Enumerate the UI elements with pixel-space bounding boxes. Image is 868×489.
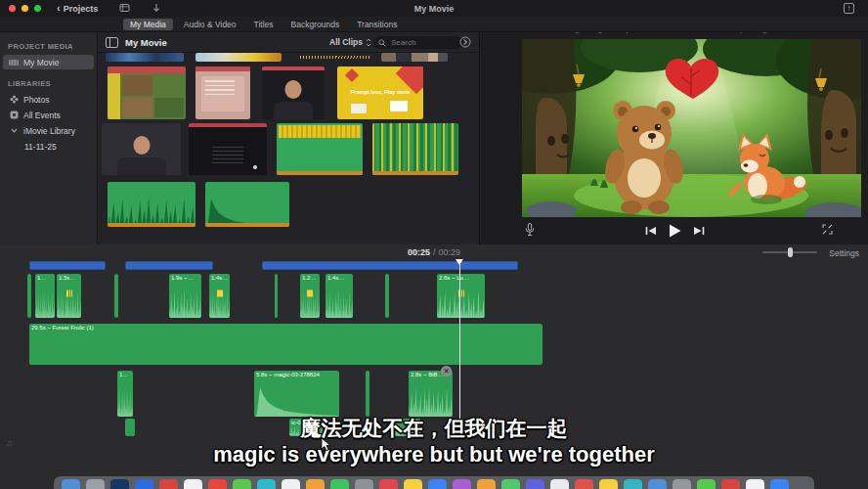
remove-clip-button[interactable]: ✕ (441, 366, 452, 377)
media-thumbnail-audio-decay[interactable] (205, 182, 289, 227)
fx-clips-clip[interactable] (366, 371, 369, 417)
media-thumbnail-man-webcam[interactable] (102, 123, 181, 175)
fx-clips-clip[interactable]: 1… (117, 371, 133, 417)
tab-audio-video[interactable]: Audio & Video (177, 19, 243, 30)
media-tab-strip: My MediaAudio & VideoTitlesBackgroundsTr… (0, 17, 868, 32)
sidebar-item-my-movie[interactable]: My Movie (3, 55, 94, 69)
dock-app-icon[interactable] (673, 479, 691, 489)
dock-app-icon[interactable] (159, 479, 178, 489)
preview-scene (522, 39, 861, 217)
tab-titles[interactable]: Titles (247, 19, 281, 30)
search-field[interactable] (373, 36, 463, 49)
dock-app-icon[interactable] (746, 479, 764, 489)
sidebar-toggle-icon[interactable] (106, 37, 118, 48)
dock-app-icon[interactable] (648, 479, 667, 489)
project-media-header: PROJECT MEDIA (8, 42, 97, 51)
dock-app-icon[interactable] (282, 479, 300, 489)
playback-controls (480, 217, 868, 244)
dock-app-icon[interactable] (62, 479, 80, 489)
tab-transitions[interactable]: Transitions (350, 19, 404, 30)
overlay-clips-clip[interactable]: 1.5s… (57, 274, 81, 318)
overlay-clips-clip[interactable]: 1.2… (300, 274, 320, 318)
overlay-clips-clip[interactable] (385, 274, 389, 318)
clip-label: 1.5s… (59, 275, 79, 281)
overlay-clips-clip[interactable] (275, 274, 278, 318)
filmstrip-icon (9, 59, 19, 67)
overlay-clips-clip[interactable]: 1.9s ~… (169, 274, 201, 318)
dock-app-icon[interactable] (575, 479, 593, 489)
fx-clips-clip[interactable]: 2.8s ~ BiB… (409, 371, 453, 417)
clip-label: 1.4s… (211, 275, 228, 281)
dock-app-icon[interactable] (184, 479, 202, 489)
dock-app-icon[interactable] (624, 479, 642, 489)
title-clip[interactable] (29, 261, 106, 270)
dock-app-icon[interactable] (453, 479, 471, 489)
play-button[interactable] (669, 224, 681, 238)
search-input[interactable] (389, 37, 457, 48)
dock-app-icon[interactable] (379, 479, 398, 489)
media-thumbnail-strip-bluegold[interactable] (195, 53, 282, 62)
media-thumbnail-strip-dark[interactable] (291, 53, 376, 62)
dock-app-icon[interactable] (306, 479, 325, 489)
skip-forward-button[interactable] (693, 226, 705, 236)
search-icon (378, 39, 386, 47)
overlay-clips-clip[interactable]: 1.4s… (326, 274, 353, 318)
dock-app-icon[interactable] (526, 479, 544, 489)
dock-app-icon[interactable] (550, 479, 569, 489)
media-thumbnail-strip-photos[interactable] (381, 53, 448, 62)
sidebar-item-imovie-library[interactable]: iMovie Library (3, 123, 94, 138)
overlay-clips-clip[interactable] (27, 274, 31, 318)
overlay-clips-clip[interactable] (114, 274, 118, 318)
library-list: PhotosAll EventsiMovie Library11-11-25 (0, 92, 97, 154)
sidebar-item-11-11-25[interactable]: 11-11-25 (3, 139, 94, 154)
share-icon[interactable]: ↑ (844, 3, 854, 14)
dock-app-icon[interactable] (86, 479, 105, 489)
dock-app-icon[interactable] (110, 479, 129, 489)
music-track-clip[interactable]: 29.5s ~ Forest Frolic (1) (29, 324, 542, 365)
fullscreen-icon[interactable] (822, 224, 833, 235)
dock-app-icon[interactable] (233, 479, 251, 489)
dock-app-icon[interactable] (721, 479, 740, 489)
tab-backgrounds[interactable]: Backgrounds (284, 19, 347, 30)
media-thumbnail-man-dark[interactable] (262, 67, 325, 119)
media-thumbnail-doc-pink[interactable] (195, 67, 250, 119)
media-thumbnail-bear-collage[interactable] (108, 67, 186, 119)
dock-app-icon[interactable] (135, 479, 153, 489)
dock-app-icon[interactable] (208, 479, 227, 489)
dock-app-icon[interactable] (355, 479, 373, 489)
media-thumbnail-promo[interactable]: Prompt less, Play more (337, 67, 423, 119)
advanced-search-icon[interactable] (459, 36, 471, 48)
clip-label: 1.4s… (327, 275, 351, 281)
media-thumbnail-terminal[interactable] (189, 123, 267, 175)
title-clip[interactable] (125, 261, 213, 270)
media-thumbnail-green-yellowband[interactable] (277, 123, 363, 175)
dock-app-icon[interactable] (477, 479, 496, 489)
media-thumbnail-green-spikes[interactable] (372, 123, 458, 175)
media-thumbnail-strip-blue[interactable] (106, 53, 184, 62)
tab-my-media[interactable]: My Media (123, 19, 173, 30)
dock-app-icon[interactable] (697, 479, 716, 489)
skip-back-button[interactable] (645, 226, 657, 236)
dock-app-icon[interactable] (257, 479, 276, 489)
dock-app-icon[interactable] (599, 479, 618, 489)
clip-label: 5.8s ~ magic-03-278824 (256, 372, 337, 378)
sidebar: PROJECT MEDIA My Movie LIBRARIES PhotosA… (0, 32, 98, 244)
dock-app-icon[interactable] (404, 479, 422, 489)
dock-app-icon[interactable] (330, 479, 349, 489)
dock-app-icon[interactable] (770, 479, 789, 489)
playhead[interactable] (459, 260, 460, 436)
dock-app-icon[interactable] (501, 479, 520, 489)
dock-app-icon[interactable] (428, 479, 447, 489)
clip-label: 1… (119, 372, 131, 378)
clips-filter-dropdown[interactable]: All Clips (329, 37, 371, 47)
media-thumbnail-audio-wave[interactable] (108, 182, 195, 227)
clip-label: 1.9s ~… (171, 275, 199, 281)
overlay-clips-clip[interactable]: 1… (35, 274, 55, 318)
fx-clips-clip[interactable]: 5.8s ~ magic-03-278824 (254, 371, 339, 417)
sidebar-item-photos[interactable]: Photos (3, 92, 94, 107)
sidebar-item-all-events[interactable]: All Events (3, 108, 94, 122)
title-clip[interactable] (262, 261, 518, 270)
libraries-header: LIBRARIES (8, 79, 97, 88)
overlay-clips-clip[interactable]: 1.4s… (209, 274, 230, 318)
overlay-clips-clip[interactable]: 2.6s ~ Lo… (437, 274, 485, 318)
